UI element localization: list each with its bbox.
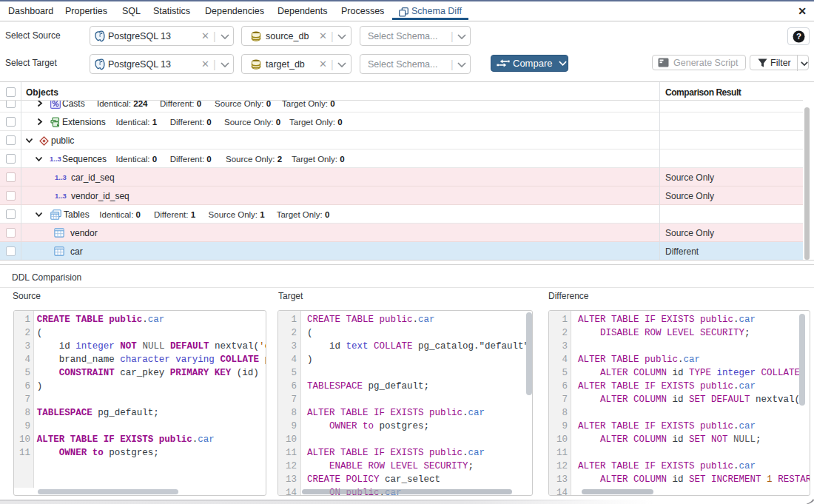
svg-text:?: ? bbox=[796, 32, 801, 41]
